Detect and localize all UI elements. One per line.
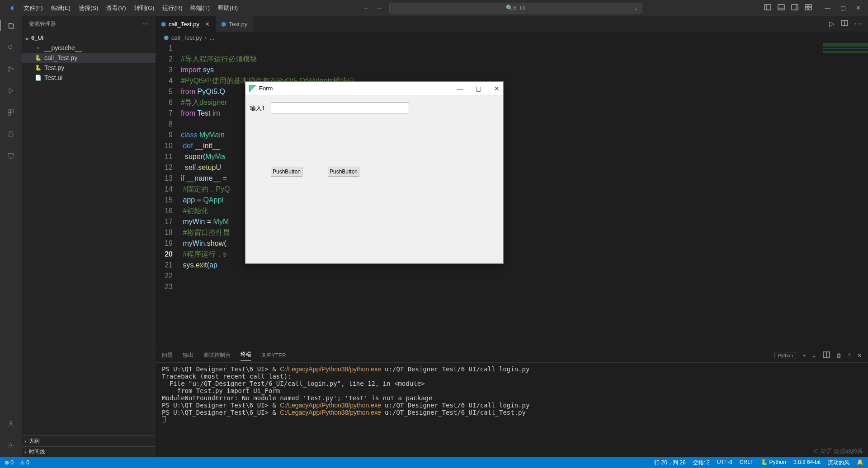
status-item[interactable]: 🔔 bbox=[857, 459, 863, 467]
nav-arrows: ← → bbox=[363, 5, 389, 11]
file-label: call_Test.py bbox=[44, 54, 77, 61]
timeline-section[interactable]: › 时间线 bbox=[22, 446, 156, 457]
qt-close-icon[interactable]: ✕ bbox=[494, 85, 500, 92]
run-icon[interactable]: ▷ bbox=[829, 19, 835, 28]
status-item[interactable]: 流动的风 bbox=[828, 459, 849, 467]
panel-tab[interactable]: 问题 bbox=[162, 351, 173, 359]
svg-point-14 bbox=[12, 69, 14, 70]
status-item[interactable]: UTF-8 bbox=[717, 459, 732, 467]
svg-rect-15 bbox=[8, 110, 10, 112]
close-panel-icon[interactable]: ✕ bbox=[857, 352, 862, 359]
terminal-dropdown-icon[interactable]: ⌄ bbox=[812, 352, 816, 359]
command-center-search[interactable]: 🔍 6_UI ⌄ bbox=[389, 3, 642, 14]
run-debug-icon[interactable] bbox=[5, 85, 16, 96]
explorer-icon[interactable] bbox=[0, 20, 21, 31]
panel-tab[interactable]: JUPYTER bbox=[261, 352, 286, 359]
sidebar: 资源管理器 ⋯ ⌄ 6_UI ›__pycache__🐍call_Test.py… bbox=[22, 16, 156, 457]
trash-icon[interactable]: 🗑 bbox=[836, 352, 842, 359]
outline-section[interactable]: › 大纲 bbox=[22, 435, 156, 446]
layout-bottom-icon[interactable] bbox=[778, 4, 785, 12]
qt-pushbutton-2[interactable]: PushButton bbox=[328, 167, 359, 177]
qt-minimize-icon[interactable]: — bbox=[457, 85, 463, 92]
testing-icon[interactable] bbox=[5, 129, 16, 140]
status-item[interactable]: ⚠ 0 bbox=[20, 459, 29, 466]
svg-point-13 bbox=[9, 70, 10, 72]
status-item[interactable]: 空格: 2 bbox=[693, 459, 710, 467]
search-icon: 🔍 bbox=[506, 5, 513, 11]
editor-tab[interactable]: ⬢call_Test.py✕ bbox=[156, 16, 216, 32]
accounts-icon[interactable] bbox=[5, 418, 16, 429]
sidebar-title: 资源管理器 bbox=[29, 20, 56, 28]
source-control-icon[interactable] bbox=[5, 64, 16, 75]
minimize-icon[interactable]: — bbox=[825, 5, 830, 11]
menu-item[interactable]: 运行(R) bbox=[159, 2, 186, 14]
menu-item[interactable]: 转到(G) bbox=[131, 2, 158, 14]
watermark-text: C 知乎 @流动的风 bbox=[814, 447, 863, 455]
menu-item[interactable]: 终端(T) bbox=[187, 2, 213, 14]
file-item[interactable]: 📄Test.ui bbox=[22, 73, 156, 83]
timeline-label: 时间线 bbox=[29, 448, 45, 456]
editor-tab[interactable]: ⬢Test.py bbox=[216, 16, 253, 32]
folder-name: 6_UI bbox=[31, 34, 43, 41]
status-item[interactable]: 行 20，列 26 bbox=[654, 459, 685, 467]
file-icon: 🐍 bbox=[34, 55, 42, 61]
close-tab-icon[interactable]: ✕ bbox=[205, 21, 210, 28]
layout-customize-icon[interactable] bbox=[805, 4, 812, 12]
chevron-down-icon[interactable]: ⌄ bbox=[633, 5, 638, 11]
remote-icon[interactable] bbox=[5, 150, 16, 161]
terminal-output[interactable]: PS U:\QT_Designer_Test\6_UI> & C:/Legacy… bbox=[156, 363, 868, 457]
svg-rect-2 bbox=[778, 5, 784, 10]
layout-left-icon[interactable] bbox=[764, 4, 771, 12]
qt-maximize-icon[interactable]: ▢ bbox=[476, 85, 481, 92]
maximize-panel-icon[interactable]: ^ bbox=[848, 352, 851, 359]
menu-bar: 文件(F)编辑(E)选择(S)查看(V)转到(G)运行(R)终端(T)帮助(H) bbox=[20, 2, 241, 14]
more-tab-icon[interactable]: ⋯ bbox=[854, 19, 862, 28]
minimap[interactable] bbox=[823, 43, 868, 124]
qt-titlebar[interactable]: Form — ▢ ✕ bbox=[245, 82, 503, 95]
qt-pushbutton-1[interactable]: PushButton bbox=[271, 167, 302, 177]
panel-tab[interactable]: 输出 bbox=[183, 351, 193, 359]
qt-text-input[interactable] bbox=[271, 103, 409, 113]
sidebar-header: 资源管理器 ⋯ bbox=[22, 16, 156, 32]
menu-item[interactable]: 文件(F) bbox=[20, 2, 47, 14]
status-item[interactable]: 🐍 Python bbox=[761, 459, 786, 467]
layout-right-icon[interactable] bbox=[791, 4, 798, 12]
search-activity-icon[interactable] bbox=[5, 42, 16, 53]
maximize-icon[interactable]: ▢ bbox=[840, 5, 846, 11]
split-terminal-icon[interactable] bbox=[823, 351, 830, 360]
svg-point-20 bbox=[9, 421, 12, 424]
more-icon[interactable]: ⋯ bbox=[143, 21, 148, 27]
status-item[interactable]: CRLF bbox=[740, 459, 754, 467]
menu-item[interactable]: 查看(V) bbox=[103, 2, 129, 14]
menu-item[interactable]: 编辑(E) bbox=[47, 2, 74, 14]
split-editor-icon[interactable] bbox=[841, 19, 848, 28]
qt-app-icon bbox=[249, 85, 256, 92]
menu-item[interactable]: 选择(S) bbox=[75, 2, 102, 14]
new-terminal-icon[interactable]: + bbox=[802, 352, 806, 359]
title-bar: 文件(F)编辑(E)选择(S)查看(V)转到(G)运行(R)终端(T)帮助(H)… bbox=[0, 0, 868, 16]
qt-input-label: 输入1 bbox=[250, 104, 265, 112]
svg-rect-17 bbox=[8, 113, 10, 115]
svg-point-10 bbox=[9, 45, 12, 49]
panel-tab[interactable]: 调试控制台 bbox=[203, 351, 231, 359]
qt-window-title: Form bbox=[259, 85, 273, 92]
svg-point-21 bbox=[10, 445, 12, 446]
terminal-profile-label[interactable]: Python bbox=[774, 352, 796, 359]
file-item[interactable]: 🐍Test.py bbox=[22, 63, 156, 73]
breadcrumb[interactable]: ⬢ call_Test.py › ... bbox=[156, 32, 868, 43]
extensions-icon[interactable] bbox=[5, 107, 16, 118]
tab-actions: ▷ ⋯ bbox=[823, 16, 868, 32]
nav-back-icon[interactable]: ← bbox=[363, 5, 369, 11]
status-item[interactable]: 3.8.8 64-bit bbox=[793, 459, 821, 467]
svg-rect-0 bbox=[764, 5, 771, 10]
status-item[interactable]: ⊗ 0 bbox=[5, 459, 14, 466]
file-item[interactable]: 🐍call_Test.py bbox=[22, 53, 156, 63]
folder-root[interactable]: ⌄ 6_UI bbox=[22, 32, 156, 43]
panel-tab[interactable]: 终端 bbox=[241, 351, 251, 360]
menu-item[interactable]: 帮助(H) bbox=[214, 2, 241, 14]
close-icon[interactable]: ✕ bbox=[856, 5, 861, 11]
settings-gear-icon[interactable] bbox=[5, 440, 16, 451]
title-right-icons: — ▢ ✕ bbox=[764, 4, 864, 12]
file-item[interactable]: ›__pycache__ bbox=[22, 43, 156, 53]
nav-forward-icon[interactable]: → bbox=[376, 5, 382, 11]
